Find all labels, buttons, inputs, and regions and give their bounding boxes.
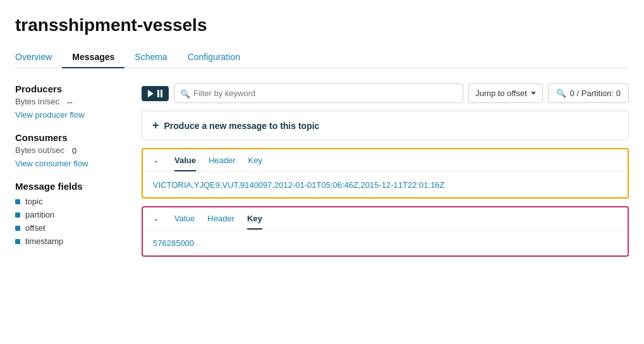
card-1-tabs: ⌃ Value Header Key: [143, 149, 628, 172]
bytes-out-label: Bytes out/sec: [15, 145, 64, 155]
card-2-value: 576285000: [153, 238, 194, 248]
message-fields-section: Message fields topic partition offset ti…: [15, 181, 126, 246]
message-card-1: ⌃ Value Header Key VICTORIA,YJQE9,VUT,91…: [142, 148, 629, 199]
play-icon: [148, 90, 154, 97]
card-1-tab-value[interactable]: Value: [174, 156, 196, 171]
producers-title: Producers: [15, 83, 126, 94]
message-fields-title: Message fields: [15, 181, 126, 192]
card-2-tab-value[interactable]: Value: [174, 214, 195, 230]
field-partition-label: partition: [25, 210, 54, 219]
page-title: transshipment-vessels: [15, 15, 629, 35]
messages-content: 🔍 Jump to offset 🔍 0 / Partition: 0 + Pr…: [142, 83, 629, 264]
message-card-2: ⌃ Value Header Key 576285000: [142, 206, 629, 257]
chevron-down-icon: [531, 92, 536, 95]
bytes-out-value: 0: [72, 146, 76, 156]
partition-value: 0 / Partition: 0: [570, 89, 621, 98]
field-bullet-icon: [15, 226, 20, 231]
producers-section: Producers Bytes in/sec -- View producer …: [15, 83, 126, 120]
produce-bar-label: Produce a new message to this topic: [164, 121, 320, 131]
produce-message-bar[interactable]: + Produce a new message to this topic: [142, 111, 629, 140]
keyword-search-box: 🔍: [174, 83, 463, 103]
consumers-section: Consumers Bytes out/sec 0 View consumer …: [15, 132, 126, 168]
plus-icon: +: [152, 119, 159, 132]
card-1-content: VICTORIA,YJQE9,VUT,9140097,2012-01-01T05…: [143, 172, 628, 197]
card-2-tabs: ⌃ Value Header Key: [143, 207, 628, 230]
card-2-tab-header[interactable]: Header: [207, 214, 234, 230]
card-1-tab-key[interactable]: Key: [248, 156, 262, 171]
card-2-content: 576285000: [143, 230, 628, 255]
field-bullet-icon: [15, 199, 20, 204]
card-2-collapse-arrow[interactable]: ⌃: [153, 218, 159, 226]
consumers-title: Consumers: [15, 132, 126, 143]
search-icon: 🔍: [180, 89, 190, 98]
messages-toolbar: 🔍 Jump to offset 🔍 0 / Partition: 0: [142, 83, 629, 103]
field-bullet-icon: [15, 239, 20, 244]
jump-to-offset-dropdown[interactable]: Jump to offset: [468, 83, 542, 103]
view-consumer-flow-link[interactable]: View consumer flow: [15, 159, 126, 168]
card-1-value: VICTORIA,YJQE9,VUT,9140097,2012-01-01T05…: [153, 180, 445, 190]
view-producer-flow-link[interactable]: View producer flow: [15, 110, 126, 120]
card-2-tab-key[interactable]: Key: [247, 214, 262, 230]
tab-messages[interactable]: Messages: [62, 47, 125, 68]
field-topic-label: topic: [25, 197, 42, 206]
field-timestamp: timestamp: [15, 236, 126, 246]
card-1-collapse-arrow[interactable]: ⌃: [153, 159, 159, 168]
tab-overview[interactable]: Overview: [15, 47, 62, 68]
search-icon: 🔍: [556, 89, 566, 98]
field-offset: offset: [15, 223, 126, 233]
offset-label: Jump to offset: [475, 89, 526, 98]
field-timestamp-label: timestamp: [25, 236, 63, 246]
card-1-tab-header[interactable]: Header: [209, 156, 236, 171]
field-offset-label: offset: [25, 223, 46, 233]
tab-schema[interactable]: Schema: [125, 47, 177, 68]
pause-icon: [157, 90, 162, 97]
field-topic: topic: [15, 197, 126, 206]
bytes-in-value: --: [67, 97, 73, 107]
sidebar: Producers Bytes in/sec -- View producer …: [15, 83, 142, 264]
search-input[interactable]: [174, 83, 463, 103]
tab-configuration[interactable]: Configuration: [178, 47, 250, 68]
play-pause-button[interactable]: [142, 86, 169, 101]
field-partition: partition: [15, 210, 126, 219]
bytes-in-label: Bytes in/sec: [15, 97, 59, 106]
partition-selector[interactable]: 🔍 0 / Partition: 0: [548, 83, 629, 103]
tab-bar: Overview Messages Schema Configuration: [15, 47, 629, 68]
field-bullet-icon: [15, 212, 20, 218]
